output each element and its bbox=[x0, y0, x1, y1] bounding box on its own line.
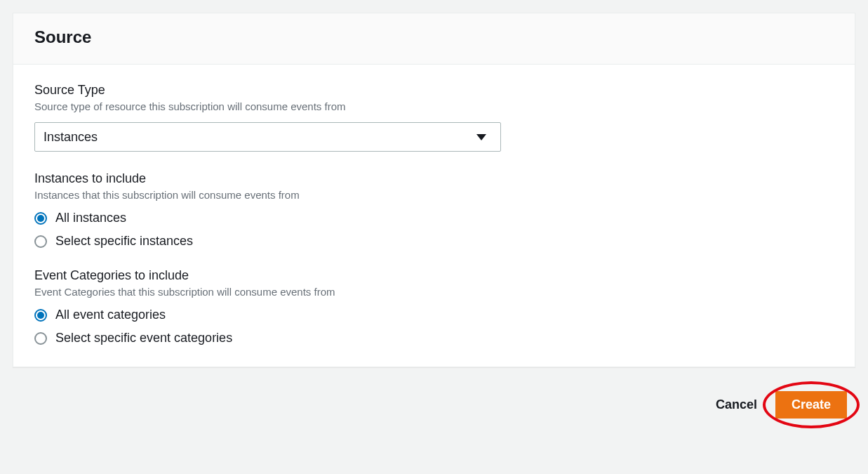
panel-header: Source bbox=[13, 13, 855, 65]
instances-include-section: Instances to include Instances that this… bbox=[34, 171, 834, 249]
radio-icon bbox=[34, 309, 47, 322]
radio-icon bbox=[34, 235, 47, 248]
radio-label: Select specific instances bbox=[55, 234, 193, 249]
event-categories-desc: Event Categories that this subscription … bbox=[34, 286, 834, 298]
radio-select-specific-event-categories[interactable]: Select specific event categories bbox=[34, 331, 834, 345]
caret-down-icon bbox=[476, 134, 486, 140]
radio-label: All instances bbox=[55, 211, 126, 225]
radio-all-event-categories[interactable]: All event categories bbox=[34, 308, 834, 322]
radio-select-specific-instances[interactable]: Select specific instances bbox=[34, 234, 834, 249]
event-categories-section: Event Categories to include Event Catego… bbox=[34, 268, 834, 345]
source-type-desc: Source type of resource this subscriptio… bbox=[34, 100, 834, 112]
cancel-button[interactable]: Cancel bbox=[713, 392, 760, 418]
source-panel: Source Source Type Source type of resour… bbox=[13, 13, 855, 367]
event-categories-label: Event Categories to include bbox=[34, 268, 834, 283]
form-footer: Cancel Create bbox=[13, 367, 855, 419]
instances-include-label: Instances to include bbox=[34, 171, 834, 186]
create-button[interactable]: Create bbox=[775, 391, 847, 419]
instances-include-desc: Instances that this subscription will co… bbox=[34, 189, 834, 201]
source-type-selected-value: Instances bbox=[44, 130, 98, 145]
source-type-section: Source Type Source type of resource this… bbox=[34, 83, 834, 152]
create-button-highlight-wrap: Create bbox=[775, 391, 847, 419]
radio-label: All event categories bbox=[55, 308, 166, 322]
panel-body: Source Type Source type of resource this… bbox=[13, 65, 855, 367]
source-type-select[interactable]: Instances bbox=[34, 122, 501, 152]
radio-icon bbox=[34, 332, 47, 345]
radio-icon bbox=[34, 212, 47, 225]
radio-all-instances[interactable]: All instances bbox=[34, 211, 834, 225]
panel-title: Source bbox=[34, 27, 834, 47]
source-type-label: Source Type bbox=[34, 83, 834, 98]
radio-label: Select specific event categories bbox=[55, 331, 232, 345]
